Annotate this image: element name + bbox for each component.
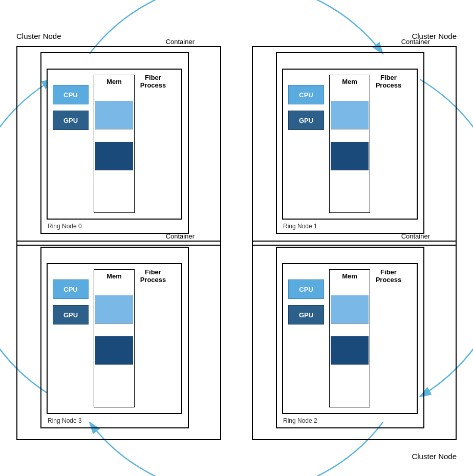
mem-gap-2 xyxy=(331,323,369,336)
container-label-0: Container xyxy=(166,38,195,46)
mem-label-3: Mem xyxy=(94,272,134,280)
mem-gap-0 xyxy=(95,129,133,142)
ring-node-box-0: FiberProcess CPU GPU Mem xyxy=(47,69,182,220)
cluster-box-bottom-right: Container FiberProcess CPU GPU Mem Ring … xyxy=(252,241,457,440)
container-label-2: Container xyxy=(401,232,430,240)
mem-label-2: Mem xyxy=(330,272,370,280)
mem-column-3: Mem xyxy=(94,269,135,407)
gpu-badge-0: GPU xyxy=(53,111,89,130)
cluster-box-top-right: Container FiberProcess CPU GPU Mem Ring … xyxy=(252,46,457,246)
mem-column-1: Mem xyxy=(329,75,370,213)
mem-bottom-3 xyxy=(95,364,133,403)
mem-light-0 xyxy=(95,101,133,129)
fiber-label-0: FiberProcess xyxy=(135,74,171,89)
container-box-2: FiberProcess CPU GPU Mem Ring Node 2 xyxy=(276,247,424,428)
mem-dark-2 xyxy=(331,336,369,364)
container-box-0: FiberProcess CPU GPU Mem xyxy=(40,52,189,234)
ring-node-label-1: Ring Node 1 xyxy=(283,223,317,230)
mem-bottom-1 xyxy=(331,170,369,208)
container-box-3: FiberProcess CPU GPU Mem Ring Node 3 xyxy=(40,247,189,428)
mem-light-3 xyxy=(95,295,133,323)
ring-node-box-1: FiberProcess CPU GPU Mem xyxy=(282,69,418,220)
cpu-badge-0: CPU xyxy=(53,85,89,104)
mem-column-0: Mem xyxy=(94,75,135,213)
mem-dark-1 xyxy=(331,142,369,170)
container-label-3: Container xyxy=(166,232,195,240)
fiber-label-1: FiberProcess xyxy=(371,74,406,89)
gpu-badge-2: GPU xyxy=(288,305,324,324)
mem-gap-1 xyxy=(331,129,369,142)
cluster-box-top-left: Container FiberProcess CPU GPU Mem xyxy=(16,46,221,246)
mem-light-2 xyxy=(331,295,369,323)
ring-node-box-2: FiberProcess CPU GPU Mem xyxy=(282,263,418,414)
mem-label-0: Mem xyxy=(94,78,134,85)
gpu-badge-1: GPU xyxy=(288,111,324,130)
mem-bottom-0 xyxy=(95,170,133,208)
mem-label-1: Mem xyxy=(330,78,370,85)
container-box-1: FiberProcess CPU GPU Mem Ring Node 1 xyxy=(276,52,424,234)
diagram: Cluster Node Cluster Node Cluster Node C… xyxy=(0,0,473,476)
cluster-box-bottom-left: Container FiberProcess CPU GPU Mem Ring … xyxy=(16,241,221,440)
ring-node-label-3: Ring Node 3 xyxy=(48,417,82,424)
cpu-badge-2: CPU xyxy=(288,279,324,299)
ring-node-box-3: FiberProcess CPU GPU Mem xyxy=(47,263,182,414)
cluster-label-bottom-right: Cluster Node xyxy=(412,452,457,461)
mem-gap-3 xyxy=(95,323,133,336)
cluster-label-top-left: Cluster Node xyxy=(16,32,61,40)
container-label-1: Container xyxy=(401,38,430,46)
mem-light-1 xyxy=(331,101,369,129)
mem-dark-0 xyxy=(95,142,133,170)
gpu-badge-3: GPU xyxy=(53,305,89,324)
mem-dark-3 xyxy=(95,336,133,364)
mem-bottom-2 xyxy=(331,364,369,403)
cpu-badge-3: CPU xyxy=(53,279,89,299)
mem-column-2: Mem xyxy=(329,269,370,407)
ring-node-label-0: Ring Node 0 xyxy=(48,223,82,230)
ring-node-label-2: Ring Node 2 xyxy=(283,417,317,424)
fiber-label-3: FiberProcess xyxy=(135,268,171,284)
fiber-label-2: FiberProcess xyxy=(371,268,406,284)
cpu-badge-1: CPU xyxy=(288,85,324,104)
